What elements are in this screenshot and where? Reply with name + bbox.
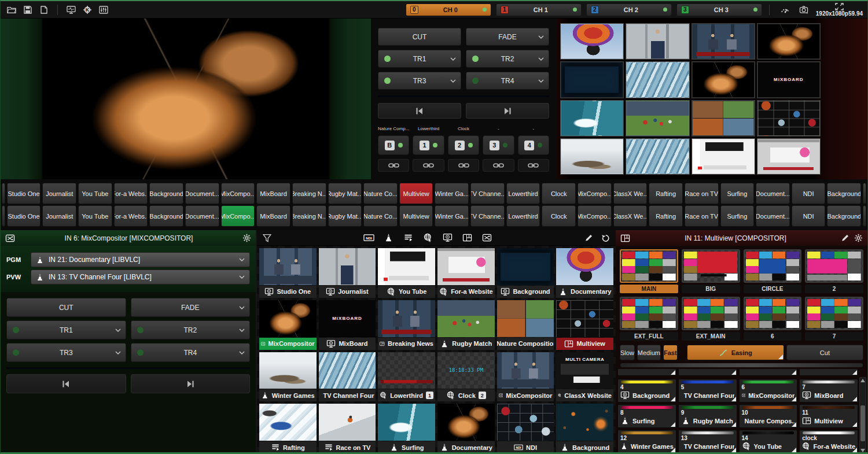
edit-pencil-icon[interactable]: [841, 234, 849, 242]
preview-source-button[interactable]: NDI: [792, 205, 826, 227]
scroll-down-arrow[interactable]: [860, 448, 865, 453]
input-cell[interactable]: Studio One: [259, 248, 317, 298]
pvw-source-select[interactable]: IN 13: TV Channel Four [LIBVLC]: [31, 270, 250, 285]
input-cell[interactable]: Journalist: [318, 248, 377, 298]
program-source-button[interactable]: MixCompo...: [221, 183, 255, 204]
transition-button[interactable]: TR2: [131, 320, 251, 339]
channel-button[interactable]: 3 CH 3: [676, 3, 762, 16]
channel-button[interactable]: 2 CH 2: [586, 3, 672, 16]
input-cell[interactable]: Rugby Match: [437, 300, 495, 350]
speed-button[interactable]: Slow: [620, 345, 635, 360]
input-thumbnail[interactable]: [556, 300, 613, 337]
input-cell[interactable]: Background: [496, 248, 555, 298]
input-thumbnail[interactable]: [556, 248, 613, 285]
layout-preset[interactable]: 7: [805, 297, 863, 341]
multiview-source-card[interactable]: Journalist: [678, 369, 737, 376]
multiview-source-card[interactable]: clock For-a Website: [799, 430, 858, 453]
input-cell[interactable]: Nature Composition: [496, 300, 555, 350]
multiview-source-card[interactable]: 9 Rugby Match: [678, 404, 737, 428]
program-source-button[interactable]: MixCompo...: [578, 183, 612, 204]
multiview-source-card[interactable]: 6 MixCompositor: [739, 379, 798, 403]
preview-source-button[interactable]: MixBoard: [256, 205, 290, 227]
multiview-source-card[interactable]: MixCompositor: [799, 369, 858, 376]
preview-source-button[interactable]: ClassX We...: [613, 205, 648, 227]
gear-icon[interactable]: [854, 234, 863, 242]
multiview-source-card[interactable]: 11 Multiview: [799, 404, 858, 428]
input-cell[interactable]: Lowerthird 1: [377, 352, 436, 403]
layout-preset[interactable]: 2: [805, 249, 863, 293]
toolbar-file-icon[interactable]: [21, 4, 34, 16]
program-source-button[interactable]: Clock: [542, 183, 576, 204]
input-thumbnail[interactable]: [259, 248, 317, 285]
input-thumbnail[interactable]: [378, 248, 435, 285]
skip-next-button[interactable]: [466, 103, 549, 119]
scroll-up-arrow[interactable]: [860, 378, 865, 383]
multiview-source-card[interactable]: 10 Nature Compos...: [739, 404, 798, 428]
multiview-cell[interactable]: [692, 101, 755, 136]
input-label-bar[interactable]: Clock 2: [437, 389, 495, 401]
layout-preset[interactable]: 6: [744, 297, 802, 341]
input-thumbnail[interactable]: [497, 300, 554, 337]
source-type-filter-icon[interactable]: [363, 233, 374, 242]
preview-source-button[interactable]: Breaking N...: [292, 205, 326, 227]
multiview-source-card[interactable]: 13 TV Channel Four: [678, 430, 737, 453]
input-cell[interactable]: MixCompositor: [496, 352, 555, 403]
multiview-cell[interactable]: MiXBOARD: [757, 62, 820, 97]
cut-mode-button[interactable]: Cut: [786, 345, 863, 360]
macro-button[interactable]: 3: [483, 135, 514, 155]
program-source-button[interactable]: Surfing: [720, 183, 755, 204]
input-cell[interactable]: You Tube: [377, 248, 436, 298]
input-thumbnail[interactable]: [497, 404, 554, 441]
preview-source-button[interactable]: Journalist: [42, 205, 76, 227]
multiview-source-card[interactable]: 7 MixBoard: [799, 379, 858, 403]
macro-button[interactable]: B: [378, 135, 409, 155]
source-type-filter-icon[interactable]: [383, 233, 394, 242]
preview-source-button[interactable]: Background: [149, 205, 183, 227]
pgm-source-select[interactable]: IN 21: Documentary [LIBVLC]: [31, 252, 250, 267]
multiview-source-card[interactable]: 12 Winter Games: [617, 430, 676, 453]
scroll-handle-left[interactable]: [2, 205, 5, 227]
undo-icon[interactable]: [601, 234, 610, 242]
source-type-filter-icon[interactable]: [422, 233, 433, 242]
input-label-bar[interactable]: TV Channel Four: [319, 389, 376, 401]
multiview-cell[interactable]: [626, 62, 689, 97]
input-label-bar[interactable]: Journalist: [319, 286, 376, 298]
input-thumbnail[interactable]: [437, 248, 495, 285]
transition-button[interactable]: TR2: [466, 50, 549, 68]
input-thumbnail[interactable]: [319, 248, 376, 285]
input-cell[interactable]: Winter Games: [259, 352, 317, 403]
preview-source-button[interactable]: Document...: [756, 205, 790, 227]
multiview-source-card[interactable]: Breaking News: [739, 369, 798, 376]
multiview-cell[interactable]: [692, 139, 755, 174]
multiview-cell[interactable]: [692, 24, 755, 59]
horizontal-scrollbar[interactable]: [620, 363, 863, 367]
preview-source-button[interactable]: Nature Co...: [363, 205, 398, 227]
source-type-filter-icon[interactable]: [403, 233, 414, 242]
gear-icon[interactable]: [242, 234, 251, 242]
input-cell[interactable]: Documentary: [437, 403, 495, 454]
input-label-bar[interactable]: Studio One: [259, 286, 317, 298]
preview-source-button[interactable]: Race on TV: [685, 205, 719, 227]
performance-gauge-icon[interactable]: [779, 4, 792, 16]
input-cell[interactable]: Race on TV: [318, 403, 377, 454]
multiview-cell[interactable]: [757, 24, 820, 59]
input-label-bar[interactable]: NDI: [497, 441, 554, 453]
input-label-bar[interactable]: Nature Composition: [497, 338, 554, 350]
layout-preset[interactable]: EXT_FULL: [620, 297, 678, 341]
macro-button[interactable]: 1: [413, 135, 444, 155]
filter-funnel-icon[interactable]: [263, 234, 271, 242]
link-button[interactable]: [378, 159, 409, 172]
multiview-cell[interactable]: [561, 101, 623, 136]
input-cell[interactable]: NDI: [496, 403, 555, 454]
input-thumbnail[interactable]: [378, 352, 435, 389]
preview-source-button[interactable]: Winter Ga...: [435, 205, 469, 227]
preview-source-button[interactable]: TV Channe...: [470, 205, 505, 227]
input-label-bar[interactable]: ClassX Website: [556, 389, 613, 401]
input-cell[interactable]: Multiview: [556, 300, 614, 350]
input-label-bar[interactable]: MixBoard: [319, 338, 376, 350]
transition-button[interactable]: TR3: [378, 72, 461, 90]
skip-next-button[interactable]: [131, 374, 251, 393]
input-label-bar[interactable]: Multiview: [556, 338, 613, 350]
layout-preset[interactable]: MAIN: [620, 249, 678, 293]
program-source-button[interactable]: For-a Webs...: [114, 183, 148, 204]
